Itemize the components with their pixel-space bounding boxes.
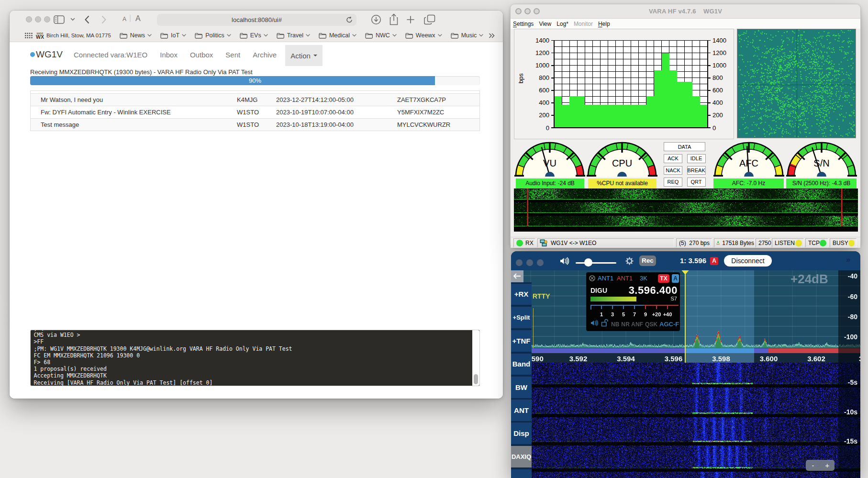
text-smaller-icon[interactable]: A [122, 16, 126, 22]
favorites-folder-music[interactable]: Music [451, 32, 484, 39]
zoom-out-button[interactable]: - [806, 461, 820, 469]
favorites-folder-medical[interactable]: Medical [319, 32, 356, 39]
vara-qrt-button[interactable]: QRT [687, 178, 706, 187]
minimize-button[interactable] [35, 16, 41, 22]
pat-message-row[interactable]: Fw: DYFI Automatic Entry - Winlink EXERC… [31, 106, 479, 118]
gear-icon[interactable] [625, 257, 634, 265]
close-button[interactable] [26, 16, 32, 22]
chevron-down-icon[interactable] [70, 18, 75, 21]
volume-slider-knob[interactable] [584, 258, 592, 267]
sdr-sidebar-disp[interactable]: Disp [511, 422, 532, 444]
sdr-sidebar-mem[interactable]: MEM▶ [511, 469, 532, 478]
vara-menu-log[interactable]: Log* [556, 21, 568, 27]
flag-tx-badge[interactable]: TX [658, 274, 669, 283]
zoom-button[interactable] [537, 259, 544, 266]
chevron-double-right-icon[interactable]: » [846, 255, 849, 265]
zoom-in-button[interactable]: + [820, 461, 835, 469]
minimize-button[interactable] [524, 8, 531, 14]
flag-frequency[interactable]: 3.596.400 [586, 284, 678, 297]
sdr-tuning-cursor[interactable] [685, 274, 686, 363]
new-tab-icon[interactable] [407, 16, 414, 23]
smeter-tick [645, 305, 646, 309]
vara-menu-settings[interactable]: Settings [513, 21, 534, 27]
pat-nav-sent[interactable]: Sent [219, 43, 246, 66]
sdr-sidebar-daxiq[interactable]: DAXIQ [511, 446, 532, 467]
sdr-sidebar-band[interactable]: Band [511, 354, 532, 375]
sdr-vfo-flag[interactable]: ANT1 ANT1 3K TX A DIGU 3.596.400 S7 1357… [586, 272, 680, 331]
sdr-sidebar-bw[interactable]: BW [511, 377, 532, 398]
minimize-button[interactable] [526, 259, 533, 266]
circle-x-icon[interactable] [589, 275, 595, 281]
svg-text:1200: 1200 [712, 49, 726, 56]
unlock-icon[interactable] [601, 319, 608, 327]
flag-rx-antenna[interactable]: ANT1 [598, 275, 613, 282]
back-icon[interactable] [84, 15, 89, 24]
vara-req-button[interactable]: REQ [664, 178, 682, 187]
status-label: TCP [808, 240, 820, 246]
status-led [795, 240, 802, 246]
close-button[interactable] [516, 259, 523, 266]
pat-nav-inbox[interactable]: Inbox [154, 43, 184, 66]
close-button[interactable] [515, 8, 522, 14]
pat-terminal[interactable]: ;PQ: 58204373 CMS via W1EO > >FF ;PM: WG… [30, 330, 480, 386]
favorites-folder-weewx[interactable]: Weewx [405, 32, 442, 39]
caret-down-icon [313, 55, 317, 56]
folder-icon [365, 33, 373, 39]
sdr-sidebar-plus-split[interactable]: +Split [511, 307, 532, 328]
favorites-grid-icon[interactable] [25, 33, 33, 39]
back-arrow-button[interactable] [511, 270, 523, 282]
vara-ack-button[interactable]: ACK [664, 154, 682, 163]
favorites-folder-evs[interactable]: EVs [240, 32, 268, 39]
vara-menu-monitor[interactable]: Monitor [574, 21, 593, 27]
favorites-folder-travel[interactable]: Travel [277, 32, 310, 39]
sdr-display[interactable] [511, 270, 860, 478]
waterfall-time-label: -10s [838, 408, 857, 416]
share-icon[interactable] [389, 13, 399, 26]
tabs-icon[interactable] [424, 14, 435, 25]
favorites-folder-iot[interactable]: IoT [160, 32, 186, 39]
pat-nav-connected-vara-w1eo[interactable]: Connected vara:W1EO [67, 43, 154, 66]
favorite-weewx-station[interactable]: Birch Hill, Stow, MA 01775 [46, 33, 111, 38]
chevron-double-right-icon[interactable] [489, 33, 495, 38]
flag-auto-badge[interactable]: A [672, 274, 679, 283]
vara-menu-view[interactable]: View [539, 21, 551, 27]
pat-action-menu[interactable]: Action [285, 45, 323, 66]
chevron-down-icon [147, 34, 152, 37]
weewx-favicon[interactable]: wee WX [36, 32, 44, 39]
vara-nack-button[interactable]: NACK [664, 166, 682, 175]
sdr-sidebar-ant[interactable]: ANT [511, 400, 532, 421]
forward-icon[interactable] [101, 15, 107, 24]
disconnect-button[interactable]: Disconnect [724, 255, 772, 267]
zoom-button[interactable] [534, 8, 540, 14]
volume-slider-track[interactable] [576, 262, 616, 264]
reload-icon[interactable] [346, 16, 353, 23]
folder-icon [451, 33, 458, 39]
pat-nav-archive[interactable]: Archive [246, 43, 283, 66]
download-icon[interactable] [371, 14, 381, 25]
vara-break-button[interactable]: BREAK [687, 166, 706, 175]
pat-message-row[interactable]: Mr Watson, I need you K4MJG 2023-12-27T1… [31, 93, 479, 106]
pat-terminal-scrollbar[interactable] [472, 330, 479, 386]
speaker-icon[interactable] [590, 320, 599, 326]
flag-dsp-buttons[interactable]: NB NR ANF QSK [611, 321, 658, 328]
pat-terminal-scrollbar-thumb[interactable] [474, 374, 478, 384]
flag-agc-mode[interactable]: AGC-F [659, 321, 679, 328]
sdr-sidebar-plus-tnf[interactable]: +TNF [511, 330, 532, 352]
url-bar[interactable]: localhost:8080/ui# [157, 14, 356, 26]
svg-text:AFC: AFC [739, 158, 758, 168]
favorites-folder-politics[interactable]: Politics [195, 32, 231, 39]
pat-brand[interactable]: WG1V [30, 43, 63, 66]
favorites-folder-nwc[interactable]: NWC [365, 32, 397, 39]
record-button[interactable]: Rec [639, 256, 656, 266]
pat-message-row[interactable]: Test message W1STO 2023-10-18T13:19:00-0… [31, 118, 479, 131]
sdr-sidebar-plus-rx[interactable]: +RX [511, 284, 532, 305]
text-larger-icon[interactable]: A [135, 14, 141, 23]
flag-filter-width[interactable]: 3K [640, 275, 647, 282]
vara-idle-button[interactable]: IDLE [687, 154, 706, 163]
flag-tx-antenna[interactable]: ANT1 [617, 275, 633, 282]
zoom-button[interactable] [44, 16, 50, 22]
pat-nav-outbox[interactable]: Outbox [184, 43, 219, 66]
favorites-folder-news[interactable]: News [120, 32, 152, 39]
sidebar-icon[interactable] [54, 15, 65, 24]
vara-menu-help[interactable]: Help [598, 21, 610, 27]
